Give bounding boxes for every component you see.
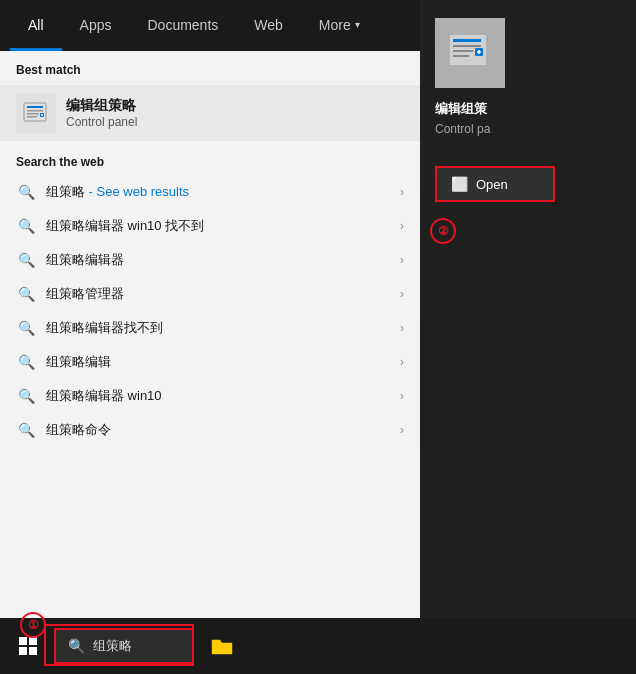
right-app-subtitle: Control pa [435,122,490,136]
taskbar-file-explorer[interactable] [198,618,246,674]
result-text: 组策略编辑器找不到 [46,319,400,337]
search-icon: 🔍 [16,284,36,304]
list-item[interactable]: 🔍 组策略编辑器 win10 › [0,379,420,413]
svg-rect-9 [453,39,481,42]
search-icon: 🔍 [16,250,36,270]
result-text: 组策略管理器 [46,285,400,303]
result-text: 组策略编辑器 win10 找不到 [46,217,400,235]
taskbar-search-icon: 🔍 [68,638,85,654]
svg-rect-17 [29,637,37,645]
tab-all[interactable]: All [10,0,62,51]
search-icon: 🔍 [16,182,36,202]
search-icon: 🔍 [16,420,36,440]
list-item[interactable]: 🔍 组策略命令 › [0,413,420,447]
arrow-icon: › [400,219,404,233]
result-text: 组策略命令 [46,421,400,439]
list-item[interactable]: 🔍 组策略管理器 › [0,277,420,311]
best-match-text: 编辑组策略 Control panel [66,97,137,129]
annotation-circle-1: ① [20,612,46,638]
arrow-icon: › [400,355,404,369]
list-item[interactable]: 🔍 组策略 - See web results › [0,175,420,209]
taskbar-search-text: 组策略 [93,637,132,655]
svg-rect-11 [453,50,473,52]
svg-rect-19 [29,647,37,655]
search-icon: 🔍 [16,386,36,406]
open-label: Open [476,177,508,192]
svg-rect-18 [19,647,27,655]
svg-rect-0 [24,103,46,121]
tab-more[interactable]: More ▾ [301,0,378,51]
svg-rect-2 [27,110,43,112]
best-match-header: Best match [0,51,420,85]
search-icon: 🔍 [16,216,36,236]
list-item[interactable]: 🔍 组策略编辑器找不到 › [0,311,420,345]
open-button-container: ⬜ Open [435,166,555,202]
right-app-icon [435,18,505,88]
search-icon: 🔍 [16,352,36,372]
list-item[interactable]: 🔍 组策略编辑器 › [0,243,420,277]
best-match-app-icon [16,93,56,133]
open-button[interactable]: ⬜ Open [435,166,555,202]
svg-rect-12 [453,55,469,57]
result-text: 组策略编辑 [46,353,400,371]
tab-web[interactable]: Web [236,0,301,51]
taskbar-search-box[interactable]: 🔍 组策略 [54,628,194,664]
best-match-subtitle: Control panel [66,115,137,129]
arrow-icon: › [400,423,404,437]
nav-tabs: All Apps Documents Web More ▾ [0,0,420,51]
search-web-header: Search the web [0,145,420,175]
svg-rect-10 [453,45,481,47]
arrow-icon: › [400,389,404,403]
search-icon: 🔍 [16,318,36,338]
result-text: 组策略编辑器 [46,251,400,269]
result-text: 组策略 - See web results [46,183,400,201]
annotation-circle-2: ② [430,218,456,244]
result-text: 组策略编辑器 win10 [46,387,400,405]
svg-rect-4 [27,116,37,118]
start-menu: All Apps Documents Web More ▾ Best match [0,0,420,618]
list-item[interactable]: 🔍 组策略编辑器 win10 找不到 › [0,209,420,243]
arrow-icon: › [400,253,404,267]
list-item[interactable]: 🔍 组策略编辑 › [0,345,420,379]
chevron-down-icon: ▾ [355,19,360,30]
svg-rect-16 [19,637,27,645]
svg-rect-1 [27,106,43,108]
arrow-icon: › [400,287,404,301]
arrow-icon: › [400,185,404,199]
tab-documents[interactable]: Documents [129,0,236,51]
best-match-title: 编辑组策略 [66,97,137,115]
svg-rect-3 [27,113,39,115]
taskbar: 🔍 组策略 [0,618,636,674]
best-match-item[interactable]: 编辑组策略 Control panel [0,85,420,141]
tab-apps[interactable]: Apps [62,0,130,51]
search-results: Best match 编辑组策略 Control panel [0,51,420,618]
arrow-icon: › [400,321,404,335]
right-panel: 编辑组策 Control pa ⬜ Open [420,0,636,618]
right-app-name: 编辑组策 [435,100,487,118]
open-window-icon: ⬜ [451,176,468,192]
